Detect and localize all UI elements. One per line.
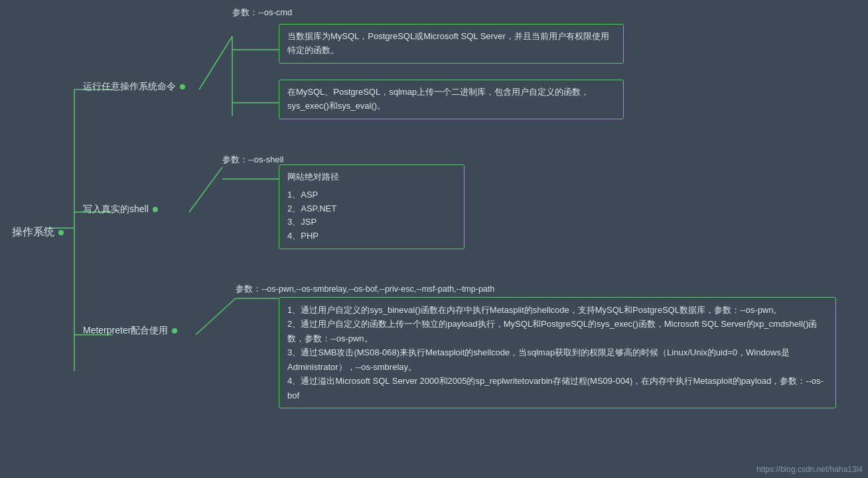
branch-run-cmd: 运行任意操作系统命令 (83, 81, 185, 93)
root-label: 操作系统 (12, 225, 54, 239)
box-run-cmd-2: 在MySQL、PostgreSQL，sqlmap上传一个二进制库，包含用户自定义… (279, 80, 624, 119)
box-meterpreter-1: 1、通过用户自定义的sys_bineval()函数在内存中执行Metasplit… (279, 297, 836, 408)
box-run-cmd-1: 当数据库为MySQL，PostgreSQL或Microsoft SQL Serv… (279, 24, 624, 64)
branch-write-shell: 写入真实的shell (83, 204, 158, 215)
branch-meterpreter-label: Meterpreter配合使用 (83, 325, 168, 337)
branch-meterpreter: Meterpreter配合使用 (83, 325, 177, 337)
write-shell-heading: 网站绝对路径 (287, 170, 456, 184)
mind-map: 操作系统 运行任意操作系统命令 参数：--os-cmd 当数据库为MySQL，P… (0, 0, 868, 478)
box-write-shell-1: 网站绝对路径 1、ASP 2、ASP.NET 3、JSP 4、PHP (279, 164, 465, 249)
svg-line-9 (189, 167, 222, 212)
svg-line-5 (199, 36, 232, 90)
branch-write-shell-label: 写入真实的shell (83, 204, 149, 215)
branch-run-cmd-dot (180, 84, 185, 90)
param-meterpreter: 参数：--os-pwn,--os-smbrelay,--os-bof,--pri… (236, 284, 494, 295)
branch-meterpreter-dot (172, 328, 177, 333)
branch-run-cmd-label: 运行任意操作系统命令 (83, 81, 176, 93)
branch-write-shell-dot (153, 207, 158, 212)
svg-line-11 (196, 298, 236, 335)
param-run-cmd: 参数：--os-cmd (232, 7, 292, 19)
root-node: 操作系统 (12, 225, 64, 239)
watermark: https://blog.csdn.net/haha13l4 (757, 465, 863, 474)
root-dot (58, 230, 64, 235)
param-write-shell: 参数：--os-shell (222, 154, 283, 166)
